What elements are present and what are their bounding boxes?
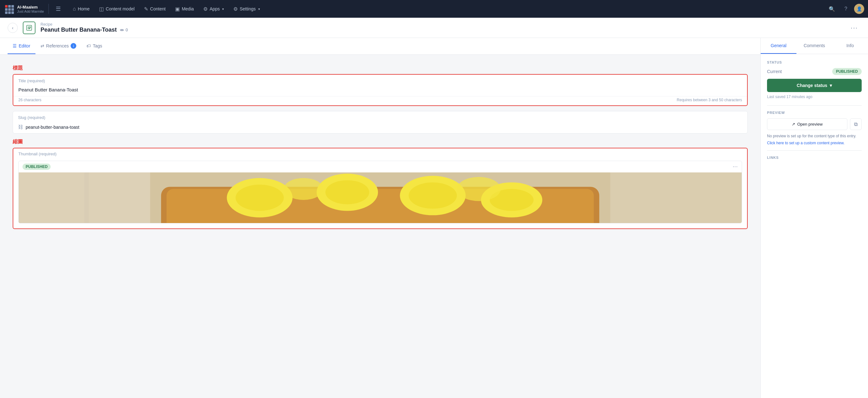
home-icon: ⌂ — [73, 6, 76, 12]
nav-apps-label: Apps — [210, 6, 220, 11]
links-count: 0 — [126, 28, 128, 32]
thumbnail-card-header: PUBLISHED ··· — [19, 161, 742, 172]
recipe-icon — [26, 25, 32, 31]
svg-point-13 — [284, 178, 323, 200]
slug-field-label: Slug (required) — [13, 111, 747, 121]
slug-field-block: Slug (required) ⛓ peanut-butter-banana-t… — [13, 111, 748, 134]
validation-hint: Requires between 3 and 50 characters — [677, 98, 742, 102]
change-status-button[interactable]: Change status ▾ — [767, 79, 862, 92]
thumbnail-card: PUBLISHED ··· — [18, 161, 742, 223]
nav-items: ⌂ Home ◫ Content model ✎ Content ▣ Media… — [68, 3, 825, 14]
more-options-button[interactable]: ··· — [848, 23, 860, 33]
svg-rect-17 — [19, 172, 150, 223]
slug-value: peanut-butter-banana-toast — [26, 125, 80, 130]
brand-text: Al-Maalem Just Add Marmite — [17, 5, 44, 13]
open-preview-button[interactable]: ↗ Open preview — [767, 118, 847, 130]
nav-content-model[interactable]: ◫ Content model — [95, 3, 139, 14]
editor-content: 標題 Title (required) 26 characters Requir… — [0, 55, 761, 398]
apps-chevron-icon: ▾ — [222, 7, 224, 11]
section-title-label: 標題 — [13, 65, 748, 71]
svg-point-6 — [236, 185, 284, 211]
general-tab-label: General — [771, 43, 787, 48]
entry-title-text: Peanut Butter Banana-Toast — [40, 27, 117, 33]
title-field-label: Title (required) — [13, 75, 747, 85]
nav-content[interactable]: ✎ Content — [140, 3, 170, 14]
app-subtitle: Just Add Marmite — [17, 9, 44, 13]
sidebar-divider-2 — [767, 150, 862, 151]
title-input[interactable] — [13, 85, 747, 96]
link-icon — [119, 28, 124, 33]
preview-section-label: PREVIEW — [767, 111, 862, 114]
thumbnail-field-label: Thumbnail (required) — [13, 148, 747, 158]
thumbnail-image — [19, 172, 742, 223]
sidebar-tab-general[interactable]: General — [761, 38, 797, 54]
entry-type: Recipe — [40, 22, 128, 27]
search-button[interactable]: 🔍 — [826, 3, 838, 14]
right-sidebar: General Comments Info STATUS Current PUB… — [761, 38, 868, 398]
references-tab-label: References — [46, 43, 69, 48]
current-label: Current — [767, 69, 782, 74]
references-badge: i — [70, 43, 76, 49]
nav-apps[interactable]: ⚙ Apps ▾ — [199, 3, 228, 14]
user-avatar[interactable]: 👤 — [854, 4, 864, 14]
nav-settings-label: Settings — [240, 6, 256, 11]
nav-home-label: Home — [78, 6, 90, 11]
char-count: 26 characters — [18, 98, 41, 102]
tags-tab-icon: 🏷 — [86, 43, 91, 48]
svg-rect-18 — [610, 172, 742, 223]
info-tab-label: Info — [846, 43, 854, 48]
settings-icon: ⚙ — [233, 6, 238, 12]
back-button[interactable]: ‹ — [8, 23, 18, 33]
nav-home[interactable]: ⌂ Home — [68, 3, 94, 14]
editor-tab-icon: ☰ — [13, 43, 17, 48]
tab-references[interactable]: ⇄ References i — [35, 38, 82, 55]
top-navigation: Al-Maalem Just Add Marmite ☰ ⌂ Home ◫ Co… — [0, 0, 868, 18]
entry-type-icon — [23, 22, 35, 34]
sidebar-content: STATUS Current PUBLISHED Change status ▾… — [761, 54, 868, 398]
link-badge: 0 — [119, 28, 128, 33]
thumbnail-status-badge: PUBLISHED — [23, 164, 51, 170]
help-button[interactable]: ? — [840, 3, 851, 14]
hamburger-button[interactable]: ☰ — [53, 3, 63, 15]
change-status-chevron-icon: ▾ — [830, 83, 832, 88]
food-illustration — [19, 172, 742, 223]
brand-area: Al-Maalem Just Add Marmite ☰ — [4, 3, 67, 15]
status-section-label: STATUS — [767, 60, 862, 64]
links-section-label: LINKS — [767, 156, 862, 160]
preview-note: No preview is set up for the content typ… — [767, 133, 862, 139]
nav-media[interactable]: ▣ Media — [170, 3, 198, 14]
title-field-footer: 26 characters Requires between 3 and 50 … — [13, 96, 747, 105]
main-layout: ☰ Editor ⇄ References i 🏷 Tags 標題 Title … — [0, 38, 868, 398]
nav-content-model-label: Content model — [106, 6, 134, 11]
thumbnail-field-block: Thumbnail (required) PUBLISHED ··· — [13, 148, 748, 229]
references-tab-icon: ⇄ — [40, 43, 44, 48]
change-status-label: Change status — [797, 83, 827, 88]
nav-divider — [49, 4, 49, 14]
svg-point-10 — [409, 183, 457, 209]
sidebar-tab-comments[interactable]: Comments — [797, 38, 832, 54]
sidebar-divider-1 — [767, 105, 862, 106]
breadcrumb-text: Recipe Peanut Butter Banana-Toast 0 — [40, 22, 128, 33]
current-status-badge: PUBLISHED — [832, 68, 862, 75]
preview-section: ↗ Open preview ⧉ No preview is set up fo… — [767, 118, 862, 145]
nav-content-label: Content — [150, 6, 165, 11]
nav-media-label: Media — [182, 6, 194, 11]
open-preview-label: Open preview — [797, 122, 823, 127]
tab-tags[interactable]: 🏷 Tags — [81, 38, 107, 54]
sidebar-tabs: General Comments Info — [761, 38, 868, 54]
comments-tab-label: Comments — [804, 43, 825, 48]
svg-point-8 — [326, 180, 369, 204]
apps-grid-button[interactable] — [4, 4, 14, 14]
thumbnail-more-button[interactable]: ··· — [733, 164, 738, 170]
tags-tab-label: Tags — [93, 43, 102, 48]
setup-preview-link[interactable]: Click here to set up a custom content pr… — [767, 141, 862, 145]
title-field-block: Title (required) 26 characters Requires … — [13, 74, 748, 106]
nav-settings[interactable]: ⚙ Settings ▾ — [229, 3, 264, 14]
media-icon: ▣ — [175, 6, 180, 12]
copy-preview-button[interactable]: ⧉ — [850, 118, 862, 130]
apps-icon: ⚙ — [203, 6, 208, 12]
tab-editor[interactable]: ☰ Editor — [8, 38, 35, 54]
sidebar-tab-info[interactable]: Info — [832, 38, 868, 54]
app-name: Al-Maalem — [17, 5, 44, 9]
breadcrumb-bar: ‹ Recipe Peanut Butter Banana-Toast 0 ··… — [0, 18, 868, 38]
